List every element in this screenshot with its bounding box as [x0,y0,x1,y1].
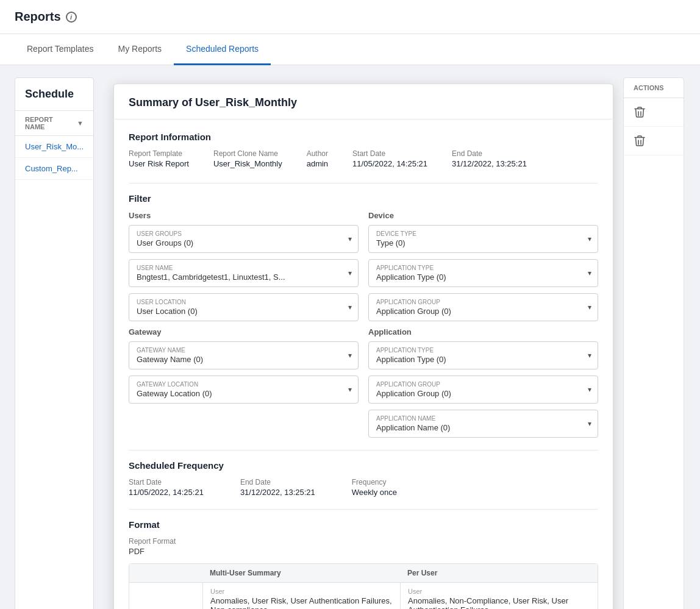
user-name-value: Bngtest1, Cambridgetest1, Linuxtest1, S.… [137,272,351,282]
gateway-name-value: Gateway Name (0) [137,355,351,364]
freq-value: Weekly once [352,488,397,497]
modal-body: Report Information Report Template User … [114,119,613,609]
report-row-custom[interactable]: Custom_Rep... [15,158,93,180]
trash-icon-2 [634,134,646,148]
dropdown-arrow-icon: ▾ [588,385,591,394]
modal-title: Summary of User_Risk_Monthly [129,96,598,109]
format-header-empty [129,564,202,583]
application-type-dropdown[interactable]: APPLICATION TYPE Application Type (0) ▾ [368,259,598,287]
app-group-label2: APPLICATION GROUP [376,381,590,388]
per-user-items: Anomalies, Non-Compliance, User Risk, Us… [408,596,590,609]
modal-header: Summary of User_Risk_Monthly [114,84,613,119]
report-format-label: Report Format [129,537,176,546]
dropdown-arrow-icon: ▾ [588,303,591,312]
page-header: Reports i [0,0,700,34]
app-type-value: Application Type (0) [376,272,590,282]
freq-section-title: Scheduled Frequency [129,460,598,471]
delete-action-2[interactable] [624,127,684,155]
user-groups-label: USER GROUPS [137,230,351,237]
format-header-multi-user: Multi-User Summary [202,564,400,583]
divider-2 [129,450,598,451]
tab-my-reports[interactable]: My Reports [105,34,174,65]
page-title: Reports [15,10,61,24]
device-type-label: DEVICE TYPE [376,230,590,237]
start-date-label: Start Date [352,149,427,158]
dropdown-arrow-icon: ▾ [588,269,591,277]
app-group-value: Application Group (0) [376,307,590,316]
tab-scheduled-reports[interactable]: Scheduled Reports [174,34,271,65]
dropdown-arrow-icon: ▾ [348,235,352,243]
device-label: Device [368,211,598,220]
per-user-sublabel: User [408,588,590,595]
format-section: Format Report Format PDF Multi-User Summ… [129,519,598,609]
gateway-name-dropdown[interactable]: GATEWAY NAME Gateway Name (0) ▾ [129,341,359,369]
report-template-value: User Risk Report [129,159,189,168]
delete-action-1[interactable] [624,98,684,127]
actions-sidebar: ACTIONS [623,77,684,609]
dropdown-arrow-icon: ▾ [588,351,591,360]
gateway-location-value: Gateway Location (0) [137,389,351,398]
device-type-dropdown[interactable]: DEVICE TYPE Type (0) ▾ [368,225,598,253]
dropdown-arrow-icon: ▾ [348,303,352,312]
app-name-dropdown[interactable]: APPLICATION NAME Application Name (0) ▾ [368,410,598,438]
content-area: Schedule REPORT NAME ▼ User_Risk_Mo... C… [0,65,700,609]
username-apptype-row: USER NAME Bngtest1, Cambridgetest1, Linu… [129,259,598,287]
gateway-label: Gateway [129,327,359,337]
user-groups-value: User Groups (0) [137,238,351,248]
format-label-col: Report Format PDF [129,537,176,556]
clone-name-label: Report Clone Name [213,149,282,158]
report-template-label: Report Template [129,149,189,158]
app-group-dropdown2[interactable]: APPLICATION GROUP Application Group (0) … [368,376,598,404]
tab-report-templates[interactable]: Report Templates [15,34,105,65]
start-date-item: Start Date 11/05/2022, 14:25:21 [352,149,427,168]
author-value: admin [307,159,328,168]
user-groups-dropdown[interactable]: USER GROUPS User Groups (0) ▾ [129,225,359,253]
dropdown-arrow-icon: ▾ [348,269,352,277]
gateway-location-dropdown[interactable]: GATEWAY LOCATION Gateway Location (0) ▾ [129,376,359,404]
app-group-dropdown-col: APPLICATION GROUP Application Group (0) … [368,293,598,321]
app-type-dropdown-col: APPLICATION TYPE Application Type (0) ▾ [368,259,598,287]
end-date-label: End Date [452,149,527,158]
user-location-dropdown[interactable]: USER LOCATION User Location (0) ▾ [129,293,359,321]
report-row-user-risk[interactable]: User_Risk_Mo... [15,136,93,158]
application-label: Application [368,327,598,337]
username-dropdown-col: USER NAME Bngtest1, Cambridgetest1, Linu… [129,259,359,287]
app-name-label: APPLICATION NAME [376,415,590,422]
tabs-bar: Report Templates My Reports Scheduled Re… [0,34,700,65]
author-item: Author admin [307,149,328,168]
user-location-label: USER LOCATION [137,299,351,305]
filter-section-title: Filter [129,193,598,204]
user-name-label: USER NAME [137,265,351,271]
freq-end-label: End Date [240,478,315,486]
app-group-value2: Application Group (0) [376,389,590,398]
format-header-per-user: Per User [400,564,598,583]
app-type-value2: Application Type (0) [376,355,590,364]
app-layout: Reports i Report Templates My Reports Sc… [0,0,700,609]
user-sublabel: User [210,588,393,595]
users-column: Users USER GROUPS User Groups (0) ▾ [129,211,359,253]
clone-name-value: User_Risk_Monthly [213,159,282,168]
trash-icon-1 [634,105,646,119]
report-template-item: Report Template User Risk Report [129,149,189,168]
application-name-dropdown[interactable]: APPLICATION TYPE Application Type (0) ▾ [368,341,598,369]
freq-start-value: 11/05/2022, 14:25:21 [129,488,204,497]
gateway-location-label: GATEWAY LOCATION [137,381,351,388]
application-group-dropdown[interactable]: APPLICATION GROUP Application Group (0) … [368,293,598,321]
gateway-name-label: GATEWAY NAME [137,347,351,354]
dropdown-arrow-icon: ▾ [348,351,352,360]
dropdown-arrow-icon: ▾ [348,385,352,394]
user-name-dropdown[interactable]: USER NAME Bngtest1, Cambridgetest1, Linu… [129,259,359,287]
divider-1 [129,183,598,183]
end-date-value: 31/12/2022, 13:25:21 [452,159,527,168]
gateway-appname-row: Gateway GATEWAY NAME Gateway Name (0) ▾ … [129,327,598,438]
dropdown-arrow-icon: ▾ [588,235,591,243]
info-icon[interactable]: i [66,12,77,23]
freq-start-date: Start Date 11/05/2022, 14:25:21 [129,478,204,497]
format-cell-per-user: User Anomalies, Non-Compliance, User Ris… [400,583,598,609]
divider-3 [129,509,598,510]
app-name-value: Application Name (0) [376,423,590,432]
freq-label: Frequency [352,478,397,486]
users-label: Users [129,211,359,220]
end-date-item: End Date 31/12/2022, 13:25:21 [452,149,527,168]
app-type-label2: APPLICATION TYPE [376,347,590,354]
